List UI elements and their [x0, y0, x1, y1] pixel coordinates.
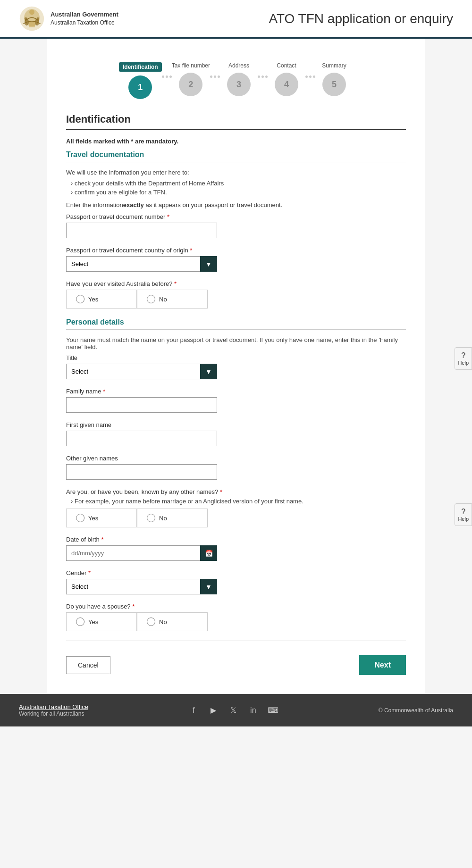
divider: [66, 641, 406, 641]
spouse-yes[interactable]: Yes: [66, 612, 137, 631]
step-1-label: Identification: [119, 62, 162, 72]
help-button-1[interactable]: ? Help: [455, 347, 472, 370]
coat-of-arms-icon: [19, 6, 45, 32]
footer-tagline: Working for all Australians: [19, 710, 88, 717]
other-names-no-radio[interactable]: [147, 514, 155, 522]
first-given-name-input[interactable]: [66, 431, 217, 446]
next-button[interactable]: Next: [359, 655, 406, 675]
other-names-yes-label: Yes: [88, 515, 98, 522]
twitter-icon[interactable]: 𝕏: [227, 704, 240, 717]
spouse-group: Do you have a spouse? * Yes No: [66, 603, 406, 631]
visited-australia-yes-radio[interactable]: [76, 295, 84, 303]
gender-label: Gender *: [66, 569, 406, 576]
mandatory-note: All fields marked with * are mandatory.: [66, 138, 406, 145]
step-1: Identification 1: [119, 62, 162, 99]
passport-number-group: Passport or travel document number *: [66, 213, 406, 238]
step-4: Contact 4: [268, 62, 305, 96]
passport-number-label: Passport or travel document number *: [66, 213, 406, 220]
travel-documentation-section: Travel documentation We will use the inf…: [66, 150, 406, 309]
gender-select[interactable]: Select: [66, 579, 217, 594]
title-select-wrapper: Select ▼: [66, 364, 217, 379]
help-label-1: Help: [458, 360, 469, 366]
other-names-group: Are you, or have you been, known by any …: [66, 488, 406, 527]
spouse-no-label: No: [159, 618, 167, 626]
other-names-no-label: No: [159, 515, 167, 522]
logo-area: Australian Government Australian Taxatio…: [19, 6, 118, 32]
help-button-2[interactable]: ? Help: [455, 503, 472, 526]
youtube-icon[interactable]: ▶: [207, 704, 220, 717]
passport-country-select[interactable]: Select: [66, 256, 217, 272]
spouse-label: Do you have a spouse? *: [66, 603, 406, 610]
bullet-1: check your details with the Department o…: [71, 180, 406, 187]
step-3-label: Address: [220, 62, 258, 69]
linkedin-icon[interactable]: in: [246, 704, 260, 717]
passport-number-input[interactable]: [66, 223, 217, 238]
cancel-button[interactable]: Cancel: [66, 656, 110, 674]
other-names-question-label: Are you, or have you been, known by any …: [66, 488, 406, 495]
dob-input[interactable]: [66, 545, 217, 561]
spouse-yes-radio[interactable]: [76, 618, 84, 626]
visited-australia-label: Have you ever visited Australia before? …: [66, 280, 406, 287]
step-2-circle: 2: [179, 73, 202, 96]
facebook-icon[interactable]: f: [187, 704, 200, 717]
dob-group: Date of birth * 📅: [66, 536, 406, 561]
visited-australia-yes-label: Yes: [88, 296, 98, 303]
other-given-names-input[interactable]: [66, 464, 217, 480]
help-icon-2: ?: [461, 508, 465, 516]
progress-steps: Identification 1 Tax file number 2 Addre…: [66, 53, 406, 113]
step-5-circle: 5: [322, 73, 346, 96]
passport-country-group: Passport or travel document country of o…: [66, 247, 406, 272]
family-name-input[interactable]: [66, 397, 217, 413]
button-row: Cancel Next: [66, 651, 406, 680]
step-4-circle: 4: [275, 73, 298, 96]
personal-details-section: Personal details Your name must match th…: [66, 318, 406, 631]
rss-icon[interactable]: ⌨: [266, 704, 279, 717]
name-match-note: Your name must match the name on your pa…: [66, 336, 406, 351]
other-given-names-group: Other given names: [66, 455, 406, 480]
spouse-yes-label: Yes: [88, 618, 98, 626]
copyright-link[interactable]: © Commonwealth of Australia: [379, 707, 453, 714]
visited-australia-no-label: No: [159, 296, 167, 303]
footer-right: © Commonwealth of Australia: [379, 707, 453, 714]
spouse-no-radio[interactable]: [147, 618, 155, 626]
other-names-yes-radio[interactable]: [76, 514, 84, 522]
step-2-label: Tax file number: [172, 62, 210, 69]
visited-australia-radio-group: Yes No: [66, 290, 406, 309]
svg-point-5: [25, 17, 27, 20]
title-select[interactable]: Select: [66, 364, 217, 379]
step-2: Tax file number 2: [172, 62, 210, 96]
visited-australia-no-radio[interactable]: [147, 295, 155, 303]
other-names-no[interactable]: No: [137, 509, 208, 527]
gender-select-wrapper: Select ▼: [66, 579, 217, 594]
family-name-group: Family name *: [66, 388, 406, 413]
calendar-icon[interactable]: 📅: [200, 545, 217, 561]
footer: Australian Taxation Office Working for a…: [0, 694, 472, 726]
family-name-label: Family name *: [66, 388, 406, 395]
svg-point-2: [29, 9, 34, 15]
step-4-label: Contact: [268, 62, 305, 69]
gender-group: Gender * Select ▼: [66, 569, 406, 594]
visited-australia-yes[interactable]: Yes: [66, 290, 137, 309]
spouse-no[interactable]: No: [137, 612, 208, 631]
dots-4: [305, 62, 315, 78]
footer-org-name[interactable]: Australian Taxation Office: [19, 703, 88, 710]
title-label: Title: [66, 354, 406, 361]
footer-left: Australian Taxation Office Working for a…: [19, 703, 88, 717]
visited-australia-no[interactable]: No: [137, 290, 208, 309]
passport-country-select-wrapper: Select ▼: [66, 256, 217, 272]
travel-section-title: Travel documentation: [66, 150, 406, 162]
logo-text: Australian Government Australian Taxatio…: [51, 10, 118, 27]
footer-social: f ▶ 𝕏 in ⌨: [187, 704, 279, 717]
page-title: Identification: [66, 113, 406, 130]
dob-wrapper: 📅: [66, 545, 217, 561]
other-given-names-label: Other given names: [66, 455, 406, 462]
first-given-name-label: First given name: [66, 421, 406, 428]
step-5: Summary 5: [315, 62, 353, 96]
svg-rect-3: [29, 22, 35, 27]
other-names-yes[interactable]: Yes: [66, 509, 137, 527]
step-3: Address 3: [220, 62, 258, 96]
dots-2: [210, 62, 220, 78]
dots-3: [258, 62, 268, 78]
bold-note: Enter the informationexactly as it appea…: [66, 201, 406, 209]
help-icon-1: ?: [461, 351, 465, 360]
